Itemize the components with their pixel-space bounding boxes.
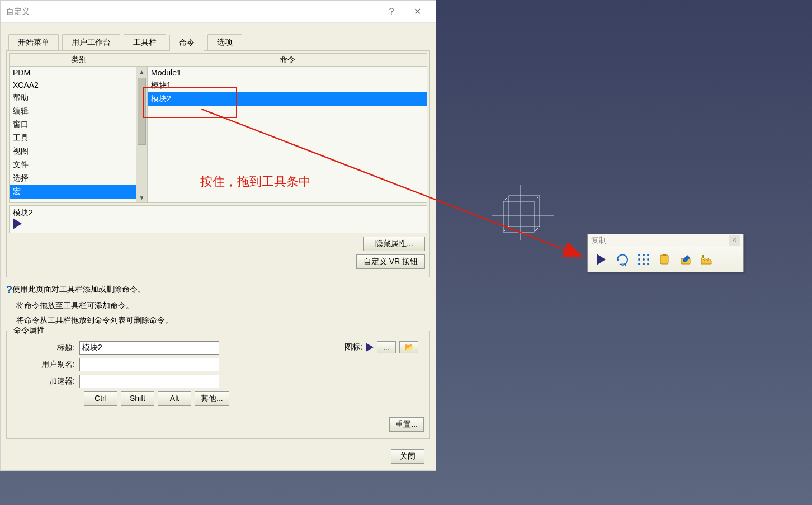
folder-open-icon: 📂 (404, 343, 414, 352)
browse-button[interactable]: ... (377, 341, 396, 353)
help-button[interactable]: ? (379, 3, 404, 20)
category-list[interactable]: PDM XCAA2 帮助 编辑 窗口 工具 视图 文件 选择 宏 (10, 67, 136, 202)
group-legend: 命令属性 (11, 325, 47, 336)
list-item[interactable]: Module1 (148, 67, 427, 79)
svg-point-14 (643, 258, 645, 261)
list-item[interactable]: XCAA2 (10, 79, 136, 91)
svg-line-4 (503, 226, 509, 232)
clipboard-icon[interactable] (657, 252, 673, 267)
svg-point-11 (643, 254, 645, 256)
play-icon (366, 343, 374, 352)
float-toolbar-title[interactable]: 复制 × (588, 234, 743, 247)
close-dialog-button[interactable]: 关闭 (391, 449, 424, 464)
floating-toolbar-copy[interactable]: 复制 × xN (587, 234, 744, 272)
list-item[interactable]: 编辑 (10, 105, 136, 118)
list-item[interactable]: 选择 (10, 172, 136, 185)
tab-command[interactable]: 命令 (169, 35, 204, 51)
svg-point-13 (638, 258, 640, 261)
shift-button[interactable]: Shift (121, 391, 154, 406)
svg-line-2 (503, 196, 509, 201)
preview-label: 模块2 (13, 208, 33, 217)
play-icon (13, 218, 22, 229)
svg-point-15 (647, 258, 649, 261)
scroll-down-icon[interactable]: ▼ (136, 192, 147, 202)
command-list-box: Module1 模块1 模块2 (148, 67, 427, 203)
list-item[interactable]: 帮助 (10, 91, 136, 105)
svg-line-3 (534, 196, 540, 201)
svg-rect-20 (663, 254, 666, 256)
titlebar: 自定义 ? ✕ (1, 1, 436, 23)
scroll-thumb[interactable] (138, 78, 146, 145)
hide-properties-button[interactable]: 隐藏属性... (363, 237, 425, 251)
open-folder-button[interactable]: 📂 (399, 341, 418, 353)
alt-button[interactable]: Alt (158, 391, 191, 406)
question-icon: ? (6, 284, 12, 295)
grid-icon[interactable] (636, 252, 652, 267)
label-accel: 加速器: (12, 376, 79, 386)
command-properties-group: 命令属性 标题: 用户别名: 加速器: Ctrl Shift Alt 其他...… (6, 331, 430, 439)
svg-rect-1 (503, 201, 534, 232)
list-item[interactable]: 宏 (10, 185, 136, 199)
scroll-up-icon[interactable]: ▲ (136, 67, 147, 77)
rotate-xn-icon[interactable]: xN (615, 252, 630, 267)
list-item[interactable]: PDM (10, 67, 136, 79)
svg-point-12 (647, 254, 649, 256)
label-icon: 图标: (344, 342, 362, 352)
svg-point-10 (638, 254, 640, 256)
tab-options[interactable]: 选项 (207, 34, 242, 50)
customize-dialog: 自定义 ? ✕ 开始菜单 用户工作台 工具栏 命令 选项 类别 命令 PDM X… (0, 0, 436, 471)
modifier-keys-row: Ctrl Shift Alt 其他... (84, 391, 424, 406)
svg-point-18 (647, 263, 649, 265)
list-item[interactable]: 文件 (10, 158, 136, 172)
play-icon[interactable] (593, 252, 609, 267)
alias-field[interactable] (79, 358, 219, 371)
accelerator-field[interactable] (79, 375, 219, 388)
tab-user-workbench[interactable]: 用户工作台 (62, 34, 120, 50)
factory-icon[interactable] (700, 252, 715, 267)
header-category: 类别 (10, 54, 148, 66)
label-alias: 用户别名: (12, 360, 79, 370)
list-item[interactable]: 工具 (10, 131, 136, 145)
list-item[interactable]: 视图 (10, 145, 136, 158)
close-button[interactable]: ✕ (404, 3, 430, 20)
tab-toolbar[interactable]: 工具栏 (124, 34, 166, 50)
edit-icon[interactable] (678, 252, 694, 267)
label-title: 标题: (12, 343, 79, 353)
preview-box: 模块2 (9, 205, 427, 233)
svg-point-17 (643, 263, 645, 265)
svg-rect-22 (702, 255, 704, 258)
svg-rect-0 (509, 196, 540, 226)
help-text: ?使用此页面对工具栏添加或删除命令。 将命令拖放至工具栏可添加命令。 将命令从工… (6, 281, 430, 327)
reset-button[interactable]: 重置... (389, 417, 424, 432)
svg-line-5 (534, 226, 540, 232)
command-list[interactable]: Module1 模块1 模块2 (148, 67, 427, 202)
title-field[interactable] (79, 341, 219, 355)
svg-point-16 (638, 263, 640, 265)
viewport-axis-sketch (492, 185, 559, 246)
list-headers: 类别 命令 (9, 53, 427, 67)
tab-start-menu[interactable]: 开始菜单 (8, 34, 59, 50)
svg-text:xN: xN (621, 262, 626, 267)
tab-panel-command: 类别 命令 PDM XCAA2 帮助 编辑 窗口 工具 视图 文件 选择 宏 (6, 50, 430, 277)
category-scrollbar[interactable]: ▲ ▼ (136, 67, 147, 202)
svg-rect-19 (660, 255, 668, 264)
list-item[interactable]: 模块1 (148, 79, 427, 92)
header-command: 命令 (148, 54, 427, 66)
ctrl-button[interactable]: Ctrl (84, 391, 117, 406)
icon-row: 图标: ... 📂 (344, 341, 418, 353)
list-item[interactable]: 模块2 (148, 92, 427, 106)
other-button[interactable]: 其他... (195, 391, 229, 406)
customize-vr-button[interactable]: 自定义 VR 按钮 (356, 254, 425, 269)
close-icon[interactable]: × (729, 235, 740, 246)
dialog-title: 自定义 (6, 7, 30, 17)
category-list-box: PDM XCAA2 帮助 编辑 窗口 工具 视图 文件 选择 宏 ▲ ▼ (9, 67, 148, 203)
list-item[interactable]: 窗口 (10, 118, 136, 131)
tab-bar: 开始菜单 用户工作台 工具栏 命令 选项 (1, 23, 436, 50)
